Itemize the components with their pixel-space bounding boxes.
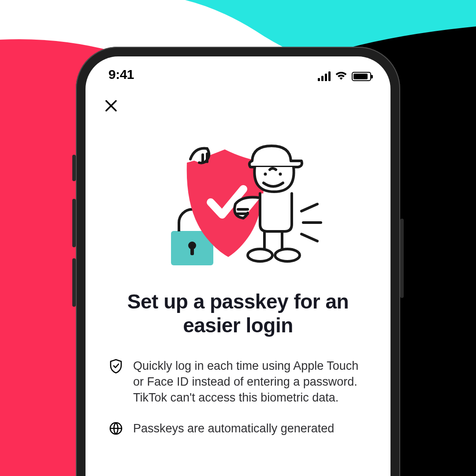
benefit-text: Passkeys are automatically generated <box>133 420 334 436</box>
benefit-text: Quickly log in each time using Apple Tou… <box>133 358 368 406</box>
benefit-item: Quickly log in each time using Apple Tou… <box>108 358 368 406</box>
hero-illustration <box>86 117 390 282</box>
wifi-icon <box>335 71 348 82</box>
status-tray <box>318 71 371 82</box>
close-button[interactable] <box>101 96 121 117</box>
benefit-item: Passkeys are automatically generated <box>108 420 368 436</box>
status-bar: 9:41 <box>86 56 390 84</box>
svg-line-7 <box>301 204 317 211</box>
page-title: Set up a passkey for an easier login <box>86 282 390 338</box>
phone-silence-switch <box>72 155 76 181</box>
svg-line-9 <box>301 234 317 241</box>
svg-rect-2 <box>190 247 194 255</box>
phone-power-button <box>400 219 404 298</box>
svg-point-4 <box>279 173 282 176</box>
cellular-icon <box>318 71 331 81</box>
phone-volume-up <box>72 199 76 247</box>
svg-point-5 <box>248 249 272 261</box>
svg-point-6 <box>275 249 300 261</box>
battery-icon <box>352 72 371 81</box>
phone-frame: 9:41 <box>76 47 400 476</box>
svg-point-3 <box>264 173 267 176</box>
benefits-list: Quickly log in each time using Apple Tou… <box>86 338 390 437</box>
phone-volume-down <box>72 258 76 307</box>
globe-icon <box>108 420 123 436</box>
close-icon <box>104 108 118 114</box>
phone-screen: 9:41 <box>86 56 390 476</box>
shield-check-icon <box>108 358 123 406</box>
status-time: 9:41 <box>108 67 134 82</box>
